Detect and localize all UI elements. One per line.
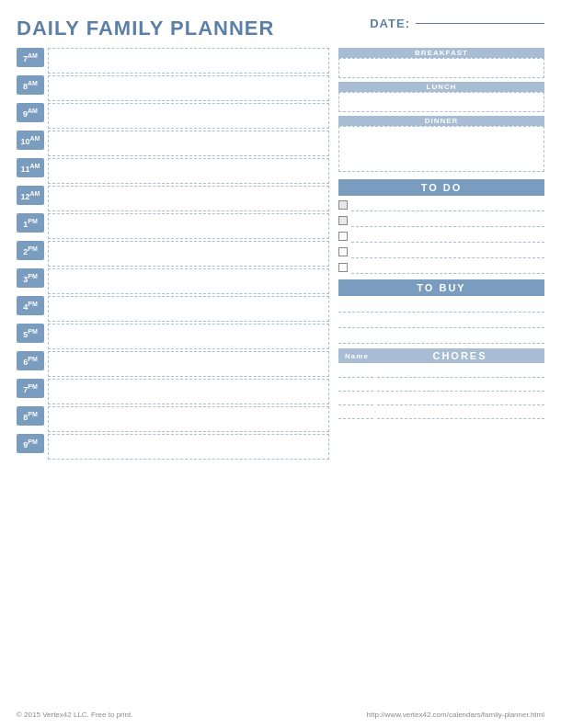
time-line-input[interactable] [48,48,329,74]
time-slot: 7AM [17,48,329,74]
time-line-input[interactable] [48,268,329,294]
tobuy-list [338,298,544,345]
date-label: DATE: [370,17,410,30]
dinner-header: DINNER [338,116,544,126]
time-badge: 10AM [17,131,44,150]
breakfast-section: BREAKFAST [338,48,544,78]
chore-row [338,392,544,405]
todo-item [338,260,544,275]
chore-row [338,379,544,392]
time-slot: 11AM [17,158,329,184]
chore-row [338,406,544,419]
time-slot: 12AM [17,186,329,211]
todo-header: TO DO [338,179,544,196]
time-slot: 1PM [17,213,329,239]
tobuy-line[interactable] [338,329,544,344]
chore-task-input[interactable] [377,406,544,419]
todo-item [338,198,544,212]
todo-text-line[interactable] [351,199,544,211]
tobuy-line[interactable] [338,313,544,328]
time-line-input[interactable] [48,213,329,239]
time-badge: 9PM [17,434,44,453]
todo-item [338,213,544,228]
page-title: DAILY FAMILY PLANNER [17,17,274,40]
dinner-section: DINNER [338,116,544,172]
chore-name-input[interactable] [338,406,373,419]
time-badge: 12AM [17,186,44,205]
dinner-input[interactable] [338,126,544,172]
todo-text-line[interactable] [351,261,544,274]
time-slot: 10AM [17,131,329,156]
time-slot: 6PM [17,351,329,377]
chore-task-input[interactable] [377,392,544,405]
time-badge: 1PM [17,213,44,233]
time-line-input[interactable] [48,324,329,349]
chore-name-input[interactable] [338,379,373,392]
time-line-input[interactable] [48,75,329,101]
todo-list [338,198,544,276]
time-line-input[interactable] [48,131,329,156]
chores-list [338,365,544,420]
chores-header-row: Name CHORES [338,348,544,363]
time-badge: 3PM [17,268,44,288]
todo-checkbox[interactable] [338,216,348,225]
todo-checkbox[interactable] [338,263,348,272]
date-input-line [416,23,544,24]
time-line-input[interactable] [48,103,329,129]
time-badge: 2PM [17,241,44,260]
time-slot: 3PM [17,268,329,294]
tobuy-header: TO BUY [338,279,544,296]
time-badge: 5PM [17,324,44,343]
time-slot: 7PM [17,379,329,404]
time-badge: 6PM [17,351,44,370]
time-slot: 9PM [17,434,329,460]
todo-text-line[interactable] [351,214,544,227]
time-line-input[interactable] [48,158,329,184]
chore-name-input[interactable] [338,365,373,378]
time-line-input[interactable] [48,406,329,432]
todo-checkbox[interactable] [338,200,348,210]
time-badge: 8PM [17,406,44,426]
todo-text-line[interactable] [351,230,544,243]
lunch-header: LUNCH [338,82,544,92]
time-badge: 11AM [17,158,44,177]
time-badge: 8AM [17,75,44,95]
time-slot: 5PM [17,324,329,349]
time-line-input[interactable] [48,296,329,322]
breakfast-header: BREAKFAST [338,48,544,58]
time-slot: 8AM [17,75,329,101]
todo-item [338,229,544,244]
time-badge: 7PM [17,379,44,398]
time-slot: 9AM [17,103,329,129]
lunch-input[interactable] [338,92,544,112]
time-slot: 8PM [17,406,329,432]
schedule-column: 7AM 8AM 9AM 10AM 11AM 12AM 1PM 2PM 3PM [17,48,329,705]
time-line-input[interactable] [48,241,329,267]
todo-text-line[interactable] [351,245,544,258]
time-badge: 4PM [17,296,44,315]
footer-left: © 2015 Vertex42 LLC. Free to print. [17,711,132,719]
todo-checkbox[interactable] [338,247,348,256]
footer-right: http://www.vertex42.com/calendars/family… [367,711,544,719]
lunch-section: LUNCH [338,82,544,112]
chore-task-input[interactable] [377,379,544,392]
todo-checkbox[interactable] [338,232,348,241]
chore-name-input[interactable] [338,392,373,405]
breakfast-input[interactable] [338,58,544,78]
tobuy-line[interactable] [338,298,544,313]
time-badge: 7AM [17,48,44,67]
chore-task-input[interactable] [377,365,544,378]
time-line-input[interactable] [48,186,329,211]
time-line-input[interactable] [48,351,329,377]
right-column: BREAKFAST LUNCH DINNER TO DO [338,48,544,705]
chore-row [338,365,544,378]
todo-item [338,245,544,259]
time-slot: 4PM [17,296,329,322]
time-badge: 9AM [17,103,44,122]
time-slot: 2PM [17,241,329,267]
chores-name-label: Name [338,350,375,362]
chores-label: CHORES [375,348,544,363]
time-line-input[interactable] [48,379,329,404]
time-line-input[interactable] [48,434,329,460]
